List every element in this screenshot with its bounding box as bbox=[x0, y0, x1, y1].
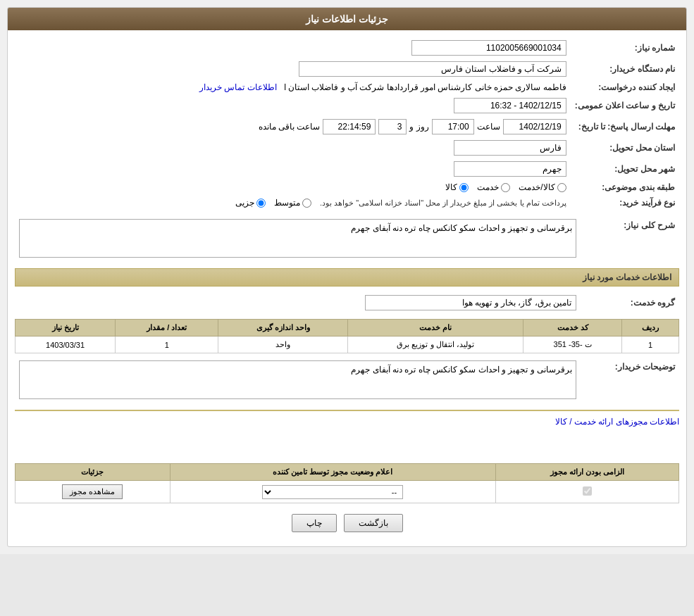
announce-label: تاریخ و ساعت اعلان عمومی: bbox=[571, 95, 679, 116]
requester-label: ایجاد کننده درخواست: bbox=[571, 80, 679, 95]
separator bbox=[15, 410, 679, 411]
services-section-header: اطلاعات خدمات مورد نیاز bbox=[15, 268, 679, 287]
lic-required-cell bbox=[495, 481, 678, 503]
buyer-org-input[interactable] bbox=[299, 61, 566, 77]
city-label: شهر محل تحویل: bbox=[571, 158, 679, 180]
lic-status-cell[interactable]: -- bbox=[170, 481, 495, 503]
need-desc-label: شرح کلی نیاز: bbox=[581, 216, 679, 263]
services-table: ردیف کد خدمت نام خدمت واحد اندازه گیری ت… bbox=[15, 319, 679, 353]
need-number-label: شماره نیاز: bbox=[571, 37, 679, 58]
buyer-org-label: نام دستگاه خریدار: bbox=[571, 58, 679, 80]
lic-table-row: -- مشاهده مجوز bbox=[16, 481, 679, 503]
col-date: تاریخ نیاز bbox=[16, 320, 116, 337]
lic-status-select[interactable]: -- bbox=[262, 485, 403, 499]
requester-contact-link[interactable]: اطلاعات تماس خریدار bbox=[199, 82, 277, 92]
category-radio-khedmat[interactable] bbox=[501, 183, 510, 192]
city-input[interactable] bbox=[454, 161, 566, 177]
response-remaining-input[interactable] bbox=[323, 119, 376, 134]
response-days-input[interactable] bbox=[378, 119, 407, 134]
info-table: شماره نیاز: نام دستگاه خریدار: ایجاد کنن… bbox=[15, 37, 679, 210]
category-radio-kala[interactable] bbox=[459, 183, 469, 192]
service-group-label: گروه خدمت: bbox=[581, 292, 679, 313]
response-date-input[interactable] bbox=[503, 119, 566, 134]
purchase-type-radio-group: پرداخت تمام یا بخشی از مبلغ خریدار از مح… bbox=[19, 198, 566, 208]
category-option-kala-khedmat[interactable]: کالا/خدمت bbox=[519, 182, 566, 192]
response-remaining-label: ساعت باقی مانده bbox=[259, 122, 321, 132]
service-group-table: گروه خدمت: bbox=[15, 292, 679, 313]
need-number-input[interactable] bbox=[411, 40, 566, 56]
cell-unit: واحد bbox=[218, 337, 348, 353]
purchase-type-radio-partial[interactable] bbox=[256, 199, 266, 208]
category-option-kala[interactable]: کالا bbox=[445, 182, 469, 192]
category-option-khedmat[interactable]: خدمت bbox=[477, 182, 510, 192]
purchase-type-option-medium[interactable]: متوسط bbox=[274, 198, 311, 208]
category-radio-group: کالا/خدمت خدمت کالا bbox=[19, 182, 566, 192]
response-deadline-label: مهلت ارسال پاسخ: تا تاریخ: bbox=[571, 116, 679, 137]
need-desc-table: شرح کلی نیاز: برقرسانی و تجهیز و احداث س… bbox=[15, 216, 679, 263]
purchase-type-option-partial[interactable]: جزیی bbox=[235, 198, 266, 208]
need-desc-textarea[interactable]: برقرسانی و تجهیز و احداث سکو کانکس چاه ت… bbox=[19, 219, 576, 258]
category-radio-kala-khedmat[interactable] bbox=[557, 183, 566, 192]
action-buttons: بازگشت چاپ bbox=[15, 514, 679, 532]
lic-col-status: اعلام وضعیت مجوز توسط تامین کننده bbox=[170, 464, 495, 481]
province-input[interactable] bbox=[454, 140, 566, 156]
buyer-desc-table: توضیحات خریدار: برقرسانی و تجهیز و احداث… bbox=[15, 358, 679, 404]
back-button[interactable]: بازگشت bbox=[344, 514, 403, 532]
cell-row-num: 1 bbox=[622, 337, 679, 353]
col-service-code: کد خدمت bbox=[523, 320, 622, 337]
response-time-label: ساعت bbox=[477, 122, 500, 132]
view-license-button[interactable]: مشاهده مجوز bbox=[62, 484, 123, 499]
col-row-num: ردیف bbox=[622, 320, 679, 337]
cell-quantity: 1 bbox=[116, 337, 218, 353]
lic-col-details: جزئیات bbox=[16, 464, 171, 481]
col-unit: واحد اندازه گیری bbox=[218, 320, 348, 337]
lic-details-cell[interactable]: مشاهده مجوز bbox=[16, 481, 171, 503]
response-time-input[interactable] bbox=[432, 119, 474, 134]
announce-value-input[interactable] bbox=[454, 98, 566, 113]
lic-col-required: الزامی بودن ارائه مجوز bbox=[495, 464, 678, 481]
print-button[interactable]: چاپ bbox=[292, 514, 337, 532]
cell-date: 1403/03/31 bbox=[16, 337, 116, 353]
page-title: جزئیات اطلاعات نیاز bbox=[8, 8, 686, 30]
buyer-desc-label: توضیحات خریدار: bbox=[581, 358, 679, 404]
purchase-type-radio-medium[interactable] bbox=[302, 199, 311, 208]
province-label: استان محل تحویل: bbox=[571, 137, 679, 158]
col-service-name: نام خدمت bbox=[348, 320, 523, 337]
table-row: 1 ت -35- 351 تولید، انتقال و توزیع برق و… bbox=[16, 337, 679, 353]
cell-service-code: ت -35- 351 bbox=[523, 337, 622, 353]
licenses-table: الزامی بودن ارائه مجوز اعلام وضعیت مجوز … bbox=[15, 463, 679, 503]
lic-required-checkbox bbox=[583, 486, 592, 496]
service-group-input[interactable] bbox=[365, 295, 576, 310]
licenses-header-link[interactable]: اطلاعات مجوزهای ارائه خدمت / کالا bbox=[555, 417, 679, 427]
spacer bbox=[15, 431, 679, 459]
purchase-notice: پرداخت تمام یا بخشی از مبلغ خریدار از مح… bbox=[320, 199, 566, 208]
purchase-type-label: نوع فرآیند خرید: bbox=[571, 195, 679, 210]
response-days-label: روز و bbox=[409, 122, 428, 132]
col-quantity: تعداد / مقدار bbox=[116, 320, 218, 337]
requester-text: فاطمه سالاری حمزه خانی کارشناس امور قرار… bbox=[284, 82, 566, 92]
buyer-desc-textarea[interactable]: برقرسانی و تجهیز و احداث سکو کانکس چاه ت… bbox=[19, 360, 576, 399]
category-label: طبقه بندی موضوعی: bbox=[571, 180, 679, 195]
cell-service-name: تولید، انتقال و توزیع برق bbox=[348, 337, 523, 353]
